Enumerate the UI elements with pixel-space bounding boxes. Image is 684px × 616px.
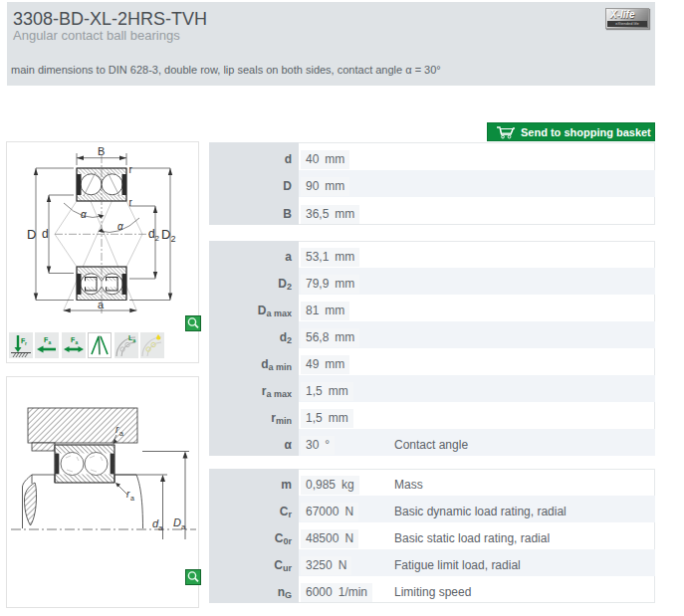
svg-text:α: α (81, 209, 87, 220)
svg-text:d: d (42, 227, 49, 241)
svg-text:a: a (98, 299, 105, 310)
svg-text:2: 2 (171, 234, 176, 244)
svg-text:r: r (129, 197, 133, 208)
svg-text:B: B (98, 145, 105, 157)
svg-text:r: r (25, 340, 27, 346)
svg-text:a: a (181, 522, 186, 531)
svg-text:a: a (130, 495, 134, 502)
svg-text:a: a (119, 430, 123, 437)
svg-text:a: a (76, 339, 79, 345)
svg-text:a: a (49, 339, 52, 345)
svg-text:D: D (161, 227, 170, 242)
svg-text:r: r (129, 164, 133, 175)
svg-text:a: a (158, 523, 163, 532)
svg-text:D: D (173, 516, 181, 528)
svg-text:α: α (117, 221, 123, 232)
svg-text:2: 2 (155, 234, 160, 243)
svg-text:a: a (133, 337, 136, 343)
svg-text:D: D (27, 227, 36, 242)
